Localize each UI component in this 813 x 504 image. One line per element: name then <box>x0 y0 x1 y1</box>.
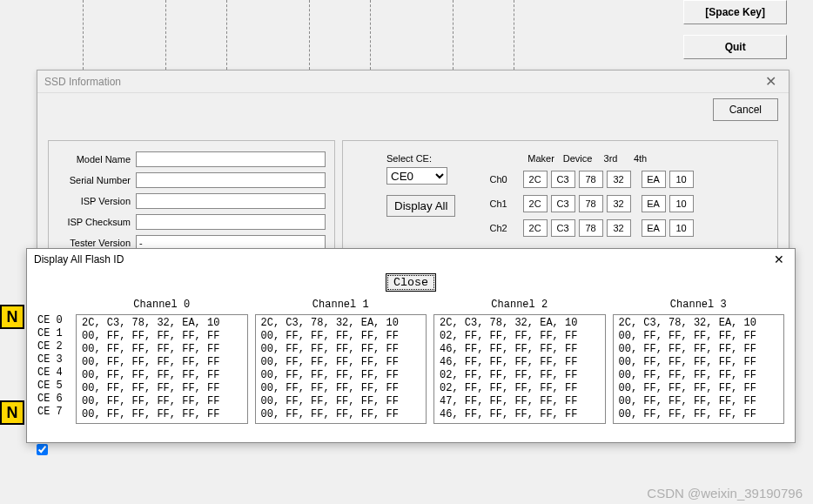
id-cell: 2C <box>523 195 548 212</box>
channel-row-label: Ch0 <box>490 174 523 185</box>
isp-checksum-label: ISP Checksum <box>57 217 136 227</box>
ce-label: CE 0 <box>37 314 72 327</box>
channel-data-box: 2C, C3, 78, 32, EA, 1000, FF, FF, FF, FF… <box>76 314 248 424</box>
channel-title: Channel 3 <box>613 299 785 314</box>
flash-id-row: 00, FF, FF, FF, FF, FF <box>619 343 779 356</box>
id-cell: 2C <box>523 171 548 188</box>
display-all-flash-id-dialog: Display All Flash ID ✕ Close CE 0CE 1CE … <box>26 248 796 443</box>
third-header: 3rd <box>596 153 626 164</box>
flash-id-row: 2C, C3, 78, 32, EA, 10 <box>82 317 242 330</box>
device-header: Device <box>560 153 596 164</box>
ssd-info-fields: Model Name Serial Number ISP Version ISP… <box>48 140 335 262</box>
flash-id-row: 2C, C3, 78, 32, EA, 10 <box>440 317 600 330</box>
id-cell: 78 <box>579 219 603 237</box>
ce-label: CE 1 <box>37 327 72 340</box>
flash-id-row: 00, FF, FF, FF, FF, FF <box>619 395 779 408</box>
ssd-dialog-title: SSD Information <box>44 76 760 88</box>
maker-header: Maker <box>523 153 560 164</box>
display-all-button[interactable]: Display All <box>386 195 455 217</box>
ce-label: CE 5 <box>37 380 72 393</box>
tester-version-label: Tester Version <box>57 238 136 248</box>
checkbox-option[interactable] <box>37 444 48 455</box>
flash-id-row: 00, FF, FF, FF, FF, FF <box>82 330 242 343</box>
flash-id-row: 00, FF, FF, FF, FF, FF <box>82 395 242 408</box>
id-cell: 10 <box>669 195 694 212</box>
flash-id-row: 00, FF, FF, FF, FF, FF <box>82 343 242 356</box>
id-cell: 78 <box>579 195 603 212</box>
flash-id-row: 00, FF, FF, FF, FF, FF <box>261 356 421 369</box>
flash-id-row: 00, FF, FF, FF, FF, FF <box>82 382 242 395</box>
channel-data-box: 2C, C3, 78, 32, EA, 1002, FF, FF, FF, FF… <box>433 314 606 424</box>
channel-column: Channel 02C, C3, 78, 32, EA, 1000, FF, F… <box>76 299 248 424</box>
serial-number-input[interactable] <box>136 172 326 188</box>
ce-labels-column: CE 0CE 1CE 2CE 3CE 4CE 5CE 6CE 7 <box>37 299 72 424</box>
flash-id-row: 46, FF, FF, FF, FF, FF <box>440 356 600 369</box>
background-dashed-lines <box>70 0 592 78</box>
flash-id-row: 46, FF, FF, FF, FF, FF <box>440 408 600 421</box>
id-cell: EA <box>642 171 666 188</box>
isp-version-label: ISP Version <box>57 196 136 206</box>
flash-id-row: 00, FF, FF, FF, FF, FF <box>261 382 421 395</box>
ce-label: CE 4 <box>37 366 72 380</box>
flash-id-row: 00, FF, FF, FF, FF, FF <box>619 356 779 369</box>
flash-dialog-close-icon[interactable]: ✕ <box>770 252 788 266</box>
id-cell: 10 <box>669 171 694 188</box>
id-cell: 32 <box>607 219 631 237</box>
watermark: CSDN @weixin_39190796 <box>647 486 803 501</box>
flash-id-row: 00, FF, FF, FF, FF, FF <box>619 369 779 382</box>
flash-id-row: 00, FF, FF, FF, FF, FF <box>619 408 779 421</box>
model-name-label: Model Name <box>57 154 136 165</box>
flash-id-row: 00, FF, FF, FF, FF, FF <box>82 356 242 369</box>
flash-id-row: 00, FF, FF, FF, FF, FF <box>619 382 779 395</box>
select-ce-label: Select CE: <box>386 153 455 164</box>
flash-id-row: 00, FF, FF, FF, FF, FF <box>261 343 421 356</box>
flash-id-row: 02, FF, FF, FF, FF, FF <box>440 330 600 343</box>
id-cell: 32 <box>607 195 631 212</box>
channel-title: Channel 0 <box>76 299 248 314</box>
space-key-button[interactable]: [Space Key] <box>683 0 787 24</box>
isp-checksum-input[interactable] <box>136 214 326 230</box>
select-ce-dropdown[interactable]: CE0 <box>386 167 447 185</box>
flash-id-row: 00, FF, FF, FF, FF, FF <box>82 369 242 382</box>
flash-id-row: 00, FF, FF, FF, FF, FF <box>261 408 421 421</box>
flash-id-row: 00, FF, FF, FF, FF, FF <box>261 369 421 382</box>
status-indicator-2: N <box>0 400 24 425</box>
isp-version-input[interactable] <box>136 193 326 209</box>
channel-row-label: Ch2 <box>490 223 523 233</box>
flash-id-row: 47, FF, FF, FF, FF, FF <box>440 395 600 408</box>
flash-id-row: 00, FF, FF, FF, FF, FF <box>261 395 421 408</box>
flash-id-row: 46, FF, FF, FF, FF, FF <box>440 343 600 356</box>
status-indicator-1: N <box>0 305 24 329</box>
flash-id-row: 00, FF, FF, FF, FF, FF <box>82 408 242 421</box>
id-cell: EA <box>642 219 666 237</box>
flash-id-row: 02, FF, FF, FF, FF, FF <box>440 369 600 382</box>
channel-column: Channel 12C, C3, 78, 32, EA, 1000, FF, F… <box>255 299 427 424</box>
id-cell: C3 <box>551 171 575 188</box>
model-name-input[interactable] <box>136 151 326 167</box>
id-cell: C3 <box>551 219 575 237</box>
flash-id-row: 2C, C3, 78, 32, EA, 10 <box>261 317 421 330</box>
flash-dialog-title: Display All Flash ID <box>34 253 770 265</box>
flash-id-row: 02, FF, FF, FF, FF, FF <box>440 382 600 395</box>
channel-column: Channel 32C, C3, 78, 32, EA, 1000, FF, F… <box>613 299 785 424</box>
cancel-button[interactable]: Cancel <box>713 98 778 121</box>
close-button[interactable]: Close <box>386 273 436 292</box>
serial-number-label: Serial Number <box>57 175 136 185</box>
flash-id-row: 2C, C3, 78, 32, EA, 10 <box>619 317 779 330</box>
id-cell: 2C <box>523 219 548 237</box>
quit-button[interactable]: Quit <box>683 35 787 59</box>
channel-data-box: 2C, C3, 78, 32, EA, 1000, FF, FF, FF, FF… <box>613 314 785 424</box>
channel-column: Channel 22C, C3, 78, 32, EA, 1002, FF, F… <box>433 299 606 424</box>
flash-id-row: 00, FF, FF, FF, FF, FF <box>261 330 421 343</box>
flash-id-panel: Select CE: CE0 Display All Maker Device … <box>342 140 778 257</box>
flash-id-row: 00, FF, FF, FF, FF, FF <box>619 330 779 343</box>
ce-label: CE 3 <box>37 353 72 366</box>
id-cell: C3 <box>551 195 575 212</box>
ssd-dialog-close-icon[interactable]: ✕ <box>760 73 782 90</box>
id-cell: EA <box>642 195 666 212</box>
id-cell: 78 <box>579 171 603 188</box>
channel-data-box: 2C, C3, 78, 32, EA, 1000, FF, FF, FF, FF… <box>255 314 427 424</box>
id-cell: 10 <box>669 219 694 237</box>
channel-title: Channel 1 <box>255 299 427 314</box>
ce-label: CE 7 <box>37 406 72 419</box>
